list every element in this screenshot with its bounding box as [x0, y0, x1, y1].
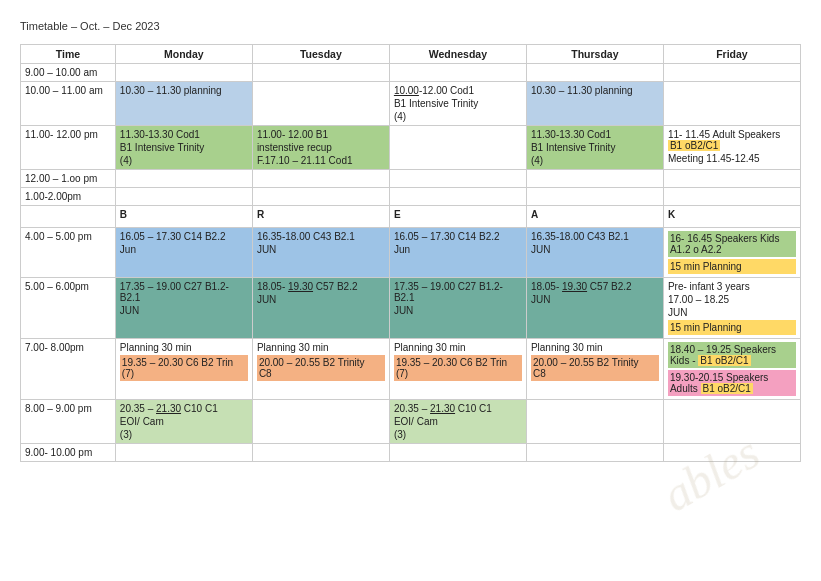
time-cell: 7.00- 8.00pm: [21, 339, 116, 400]
wed-cell: 20.35 – 21.30 C10 C1 EOI/ Cam (3): [389, 400, 526, 444]
table-row: 9.00- 10.00 pm: [21, 444, 801, 462]
wed-cell: [389, 188, 526, 206]
letters-tue: R: [252, 206, 389, 228]
wed-cell: [389, 444, 526, 462]
page-title: Timetable – Oct. – Dec 2023: [20, 20, 801, 32]
fri-cell: [663, 82, 800, 126]
header-wednesday: Wednesday: [389, 45, 526, 64]
table-row: 4.00 – 5.00 pm 16.05 – 17.30 C14 B2.2 Ju…: [21, 228, 801, 278]
tue-cell: [252, 188, 389, 206]
mon-cell: 11.30-13.30 Cod1 B1 Intensive Trinity (4…: [115, 126, 252, 170]
table-row: 9.00 – 10.00 am: [21, 64, 801, 82]
fri-cell: 11- 11.45 Adult Speakers B1 oB2/C1 Meeti…: [663, 126, 800, 170]
time-cell: 1.00-2.00pm: [21, 188, 116, 206]
time-cell: 9.00- 10.00 pm: [21, 444, 116, 462]
tue-cell: [252, 64, 389, 82]
wed-cell: 16.05 – 17.30 C14 B2.2 Jun: [389, 228, 526, 278]
wed-cell: [389, 64, 526, 82]
letters-thu: A: [526, 206, 663, 228]
wed-cell: Planning 30 min 19.35 – 20.30 C6 B2 Trin…: [389, 339, 526, 400]
letters-fri: K: [663, 206, 800, 228]
mon-cell: [115, 64, 252, 82]
table-row: 11.00- 12.00 pm 11.30-13.30 Cod1 B1 Inte…: [21, 126, 801, 170]
tue-cell: [252, 170, 389, 188]
letters-mon: B: [115, 206, 252, 228]
thu-cell: [526, 400, 663, 444]
time-cell: 5.00 – 6.00pm: [21, 278, 116, 339]
time-cell: 12.00 – 1.oo pm: [21, 170, 116, 188]
mon-cell: 20.35 – 21.30 C10 C1 EOI/ Cam (3): [115, 400, 252, 444]
mon-cell: 17.35 – 19.00 C27 B1.2-B2.1 JUN: [115, 278, 252, 339]
thu-cell: 11.30-13.30 Cod1 B1 Intensive Trinity (4…: [526, 126, 663, 170]
fri-cell: [663, 400, 800, 444]
time-cell: 9.00 – 10.00 am: [21, 64, 116, 82]
tue-cell: Planning 30 min 20.00 – 20.55 B2 Trinity…: [252, 339, 389, 400]
header-thursday: Thursday: [526, 45, 663, 64]
mon-cell: [115, 444, 252, 462]
mon-cell: 10.30 – 11.30 planning: [115, 82, 252, 126]
wed-cell: [389, 170, 526, 188]
header-friday: Friday: [663, 45, 800, 64]
fri-cell: [663, 64, 800, 82]
time-cell: 10.00 – 11.00 am: [21, 82, 116, 126]
thu-cell: [526, 188, 663, 206]
table-row: 8.00 – 9.00 pm 20.35 – 21.30 C10 C1 EOI/…: [21, 400, 801, 444]
thu-cell: [526, 444, 663, 462]
header-monday: Monday: [115, 45, 252, 64]
fri-cell: [663, 170, 800, 188]
table-row: 10.00 – 11.00 am 10.30 – 11.30 planning …: [21, 82, 801, 126]
tue-cell: 18.05- 19.30 C57 B2.2 JUN: [252, 278, 389, 339]
thu-cell: [526, 64, 663, 82]
table-row: 5.00 – 6.00pm 17.35 – 19.00 C27 B1.2-B2.…: [21, 278, 801, 339]
tue-cell: [252, 82, 389, 126]
tue-cell: 11.00- 12.00 B1 instenstive recup F.17.1…: [252, 126, 389, 170]
letters-wed: E: [389, 206, 526, 228]
column-letters-row: B R E A K: [21, 206, 801, 228]
fri-cell: [663, 444, 800, 462]
thu-cell: [526, 170, 663, 188]
thu-cell: Planning 30 min 20.00 – 20.55 B2 Trinity…: [526, 339, 663, 400]
fri-cell: [663, 188, 800, 206]
thu-cell: 10.30 – 11.30 planning: [526, 82, 663, 126]
header-time: Time: [21, 45, 116, 64]
mon-cell: 16.05 – 17.30 C14 B2.2 Jun: [115, 228, 252, 278]
wed-cell: [389, 126, 526, 170]
wed-cell: 17.35 – 19.00 C27 B1.2-B2.1 JUN: [389, 278, 526, 339]
table-row: 12.00 – 1.oo pm: [21, 170, 801, 188]
table-row: 1.00-2.00pm: [21, 188, 801, 206]
time-cell: 8.00 – 9.00 pm: [21, 400, 116, 444]
letters-time: [21, 206, 116, 228]
wed-cell: 10.00-12.00 Cod1 B1 Intensive Trinity (4…: [389, 82, 526, 126]
fri-cell: Pre- infant 3 years 17.00 – 18.25 JUN 15…: [663, 278, 800, 339]
tue-cell: [252, 400, 389, 444]
table-row: 7.00- 8.00pm Planning 30 min 19.35 – 20.…: [21, 339, 801, 400]
time-cell: 4.00 – 5.00 pm: [21, 228, 116, 278]
header-tuesday: Tuesday: [252, 45, 389, 64]
tue-cell: 16.35-18.00 C43 B2.1 JUN: [252, 228, 389, 278]
tue-cell: [252, 444, 389, 462]
mon-cell: Planning 30 min 19.35 – 20.30 C6 B2 Trin…: [115, 339, 252, 400]
fri-cell: 16- 16.45 Speakers Kids A1.2 o A2.2 15 m…: [663, 228, 800, 278]
thu-cell: 16.35-18.00 C43 B2.1 JUN: [526, 228, 663, 278]
mon-cell: [115, 170, 252, 188]
time-cell: 11.00- 12.00 pm: [21, 126, 116, 170]
thu-cell: 18.05- 19.30 C57 B2.2 JUN: [526, 278, 663, 339]
mon-cell: [115, 188, 252, 206]
fri-cell: 18.40 – 19.25 Speakers Kids - B1 oB2/C1 …: [663, 339, 800, 400]
